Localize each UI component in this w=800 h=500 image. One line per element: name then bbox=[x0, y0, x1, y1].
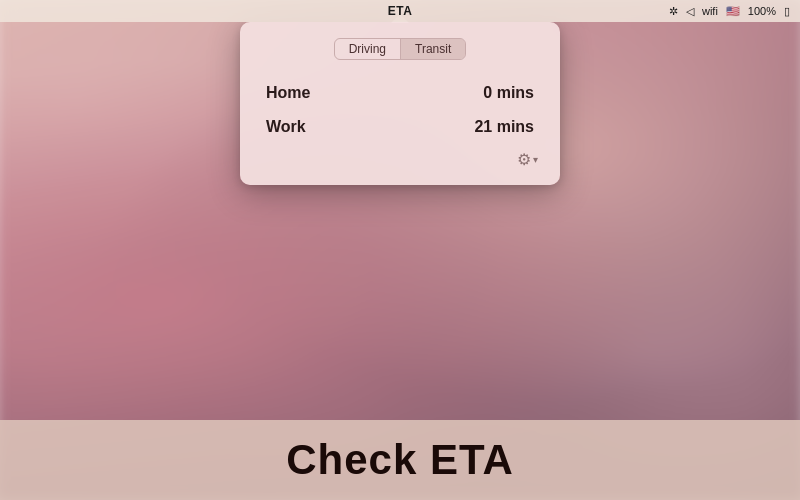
bottom-banner: Check ETA bbox=[0, 420, 800, 500]
destination-name-home: Home bbox=[266, 84, 310, 102]
menubar-app-name: ETA bbox=[388, 4, 413, 18]
bluetooth-icon: ✲ bbox=[669, 5, 678, 18]
chevron-down-icon: ▾ bbox=[533, 154, 538, 165]
destination-row-work: Work 21 mins bbox=[260, 110, 540, 144]
gear-icon: ⚙ bbox=[517, 150, 531, 169]
menubar: ETA ✲ ◁ wifi 🇺🇸 100% ▯ bbox=[0, 0, 800, 22]
banner-title: Check ETA bbox=[286, 436, 514, 484]
destinations-list: Home 0 mins Work 21 mins bbox=[260, 76, 540, 144]
destination-name-work: Work bbox=[266, 118, 306, 136]
destination-time-work: 21 mins bbox=[474, 118, 534, 136]
menubar-right-icons: ✲ ◁ wifi 🇺🇸 100% ▯ bbox=[669, 5, 790, 18]
tab-switcher: Driving Transit bbox=[260, 38, 540, 60]
volume-icon: ◁ bbox=[686, 5, 694, 18]
battery-icon: ▯ bbox=[784, 5, 790, 18]
eta-popup: Driving Transit Home 0 mins Work 21 mins… bbox=[240, 22, 560, 185]
settings-row: ⚙ ▾ bbox=[260, 150, 540, 169]
destination-row-home: Home 0 mins bbox=[260, 76, 540, 110]
tab-group: Driving Transit bbox=[334, 38, 467, 60]
tab-transit[interactable]: Transit bbox=[401, 39, 465, 59]
flag-icon: 🇺🇸 bbox=[726, 5, 740, 18]
tab-driving[interactable]: Driving bbox=[335, 39, 401, 59]
settings-button[interactable]: ⚙ ▾ bbox=[517, 150, 538, 169]
wifi-icon: wifi bbox=[702, 5, 718, 17]
destination-time-home: 0 mins bbox=[483, 84, 534, 102]
battery-label: 100% bbox=[748, 5, 776, 17]
